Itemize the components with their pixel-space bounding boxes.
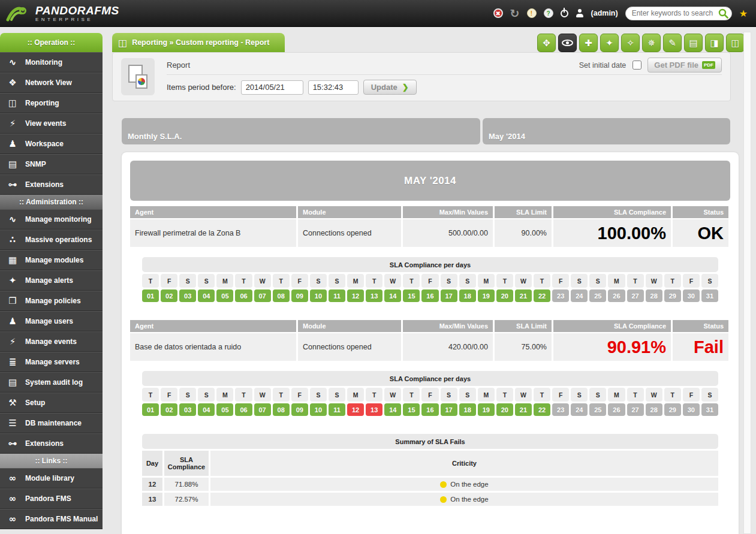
favorites-star-icon[interactable]: ★ bbox=[739, 8, 748, 19]
day-cell-29: 29 bbox=[664, 403, 681, 416]
extensions-admin-icon: ⊶ bbox=[5, 438, 20, 449]
day-cell-28: 28 bbox=[646, 289, 662, 302]
get-pdf-button[interactable]: Get PDF file PDF bbox=[647, 58, 722, 73]
sidebar-item-label: Pandora FMS bbox=[25, 494, 71, 503]
sidebar-item-extensions-admin[interactable]: ⊶Extensions bbox=[0, 433, 103, 454]
sidebar-item-label: DB maintenance bbox=[25, 419, 82, 427]
wizard-button[interactable]: ✦ bbox=[600, 34, 619, 52]
fullscreen-button[interactable]: ✥ bbox=[537, 34, 556, 52]
sidebar-item-network-view[interactable]: ❖Network View bbox=[0, 73, 103, 93]
sidebar-item-massive-operations[interactable]: ∴Massive operations bbox=[0, 230, 103, 250]
breadcrumb-label: Reporting » Custom reporting - Report bbox=[132, 38, 269, 47]
sidebar-item-label: Monitoring bbox=[25, 58, 62, 67]
logged-user-label[interactable]: (admin) bbox=[591, 9, 618, 17]
weekday-cell: T bbox=[142, 388, 159, 402]
day-cell-02: 02 bbox=[161, 289, 177, 302]
sidebar-item-reporting[interactable]: ◫Reporting bbox=[0, 93, 103, 113]
summary-day-cell: 13 bbox=[142, 493, 162, 506]
pandora-logo[interactable]: PANDORAFMS ENTERPRISE bbox=[6, 5, 119, 22]
weekday-cell: W bbox=[384, 274, 401, 288]
breadcrumb[interactable]: ◫ Reporting » Custom reporting - Report bbox=[112, 33, 285, 52]
help-icon[interactable]: ? bbox=[544, 8, 553, 18]
set-initial-date-checkbox[interactable] bbox=[632, 61, 641, 70]
weekday-cell: S bbox=[589, 274, 606, 288]
massive-operations-icon: ∴ bbox=[5, 234, 20, 245]
update-button[interactable]: Update ❯ bbox=[363, 80, 417, 95]
weekday-cell: F bbox=[683, 388, 700, 402]
report-chart-1-button[interactable]: ◨ bbox=[705, 34, 724, 52]
day-cell-12: 12 bbox=[347, 403, 364, 416]
top-bar: PANDORAFMS ENTERPRISE ✖ ↻ ! ? (admin) ★ bbox=[0, 0, 756, 27]
sidebar-item-manage-policies[interactable]: ❒Manage policies bbox=[0, 291, 103, 311]
sidebar-item-module-library[interactable]: ∞Module library bbox=[0, 468, 103, 488]
col-module: Module bbox=[298, 320, 401, 332]
brand-name: PANDORAFMS bbox=[35, 5, 119, 16]
day-cell-29: 29 bbox=[664, 289, 681, 302]
sidebar-item-snmp[interactable]: ▤SNMP bbox=[0, 154, 103, 174]
summary-criticity-cell: On the edge bbox=[210, 478, 718, 491]
weekday-cell: T bbox=[366, 274, 382, 288]
sidebar-item-system-audit-log[interactable]: ▤System audit log bbox=[0, 372, 103, 393]
sidebar-item-setup[interactable]: ⚒Setup bbox=[0, 393, 103, 413]
search-icon[interactable] bbox=[718, 8, 728, 19]
search-input[interactable] bbox=[625, 7, 732, 20]
add-item-button[interactable]: ✚ bbox=[579, 34, 598, 52]
warning-icon[interactable]: ! bbox=[527, 8, 537, 18]
col-sla-compliance: SLA Compliance bbox=[553, 206, 671, 218]
edit-button[interactable]: ✎ bbox=[663, 34, 682, 52]
day-cell-22: 22 bbox=[534, 403, 550, 416]
sidebar-item-manage-servers[interactable]: ≣Manage servers bbox=[0, 352, 103, 372]
weekday-cell: T bbox=[664, 388, 681, 402]
day-cell-23: 23 bbox=[552, 289, 569, 302]
report-chart-2-button[interactable]: ◫ bbox=[726, 34, 745, 52]
sidebar-item-extensions[interactable]: ⊶Extensions bbox=[0, 174, 103, 195]
weekday-cell: W bbox=[384, 388, 401, 402]
weekday-cell: S bbox=[179, 388, 196, 402]
sla-wizard-button[interactable]: ✧ bbox=[621, 34, 640, 52]
date-input[interactable] bbox=[241, 80, 303, 95]
day-cell-24: 24 bbox=[571, 403, 588, 416]
sidebar-item-manage-monitoring[interactable]: ∿Manage monitoring bbox=[0, 209, 103, 230]
sidebar-item-label: Manage monitoring bbox=[25, 215, 92, 224]
sidebar-item-view-events[interactable]: ⚡View events bbox=[0, 113, 103, 134]
refresh-icon[interactable]: ↻ bbox=[510, 8, 520, 19]
sidebar-item-monitoring[interactable]: ∿Monitoring bbox=[0, 52, 103, 73]
sidebar-section-header: :: Links :: bbox=[0, 454, 103, 468]
error-icon[interactable]: ✖ bbox=[493, 8, 503, 18]
summary-compliance-cell: 72.57% bbox=[164, 493, 209, 506]
weekday-cell: M bbox=[216, 388, 233, 402]
day-cell-28: 28 bbox=[646, 403, 662, 416]
sidebar-item-manage-modules[interactable]: ▦Manage modules bbox=[0, 250, 103, 270]
weekday-row: TFSSMTWTFSSMTWTFSSMTWTFSSMTWTFS bbox=[142, 388, 718, 402]
weekday-cell: T bbox=[273, 388, 290, 402]
sidebar-item-manage-users[interactable]: ♟Manage users bbox=[0, 311, 103, 331]
day-cell-10: 10 bbox=[310, 403, 327, 416]
sidebar-item-db-maintenance[interactable]: ☰DB maintenance bbox=[0, 413, 103, 433]
weekday-cell: T bbox=[235, 274, 252, 288]
advanced-wizard-button[interactable]: ✵ bbox=[642, 34, 661, 52]
module-cell: Connections opened bbox=[298, 219, 401, 247]
weekday-cell: W bbox=[646, 388, 662, 402]
day-cell-01: 01 bbox=[142, 403, 159, 416]
col-sla-compliance: SLA Compliance bbox=[553, 320, 671, 332]
sidebar-item-pandora-fms-manual[interactable]: ∞Pandora FMS Manual bbox=[0, 509, 103, 529]
time-input[interactable] bbox=[308, 80, 359, 95]
scrollbar-gutter[interactable] bbox=[743, 32, 751, 534]
sidebar-item-pandora-fms[interactable]: ∞Pandora FMS bbox=[0, 488, 103, 509]
user-icon[interactable] bbox=[576, 9, 584, 17]
sidebar-item-label: Manage users bbox=[25, 317, 73, 325]
weekday-cell: M bbox=[478, 388, 495, 402]
sidebar-item-manage-events[interactable]: ⚡Manage events bbox=[0, 331, 103, 352]
items-period-label: Items period before: bbox=[167, 83, 236, 92]
status-value: OK bbox=[673, 219, 728, 247]
list-items-button[interactable]: ▤ bbox=[684, 34, 703, 52]
manage-users-icon: ♟ bbox=[5, 316, 20, 327]
day-number-row: 0102030405060708091011121314151617181920… bbox=[142, 289, 718, 302]
view-report-button[interactable] bbox=[558, 34, 577, 52]
day-cell-27: 27 bbox=[627, 289, 644, 302]
system-audit-log-icon: ▤ bbox=[5, 377, 20, 388]
weekday-cell: T bbox=[403, 388, 420, 402]
logout-icon[interactable] bbox=[561, 10, 568, 17]
sidebar-item-workspace[interactable]: ♟Workspace bbox=[0, 134, 103, 154]
sidebar-item-manage-alerts[interactable]: ✦Manage alerts bbox=[0, 270, 103, 291]
